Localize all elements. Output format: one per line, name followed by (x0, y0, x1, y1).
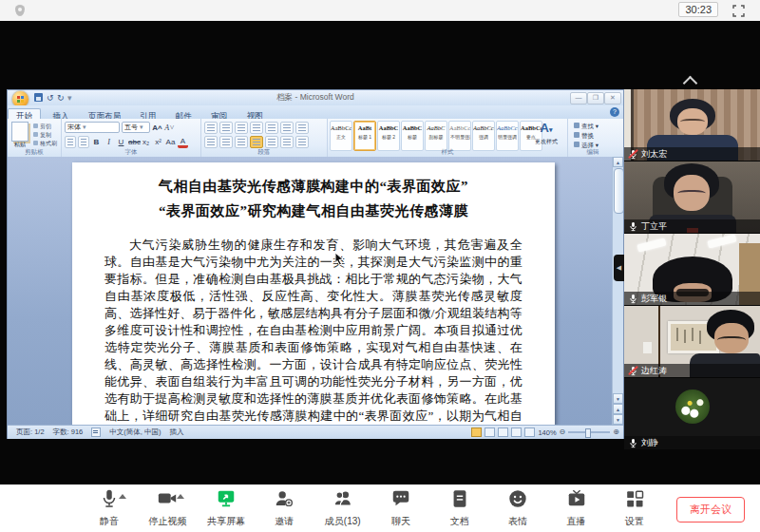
scrollbar-thumb[interactable] (614, 168, 623, 214)
find-button[interactable]: 查找 ▾ (574, 122, 598, 131)
font-family-select[interactable]: 宋体▾ (65, 122, 120, 133)
numbering-button[interactable] (219, 122, 233, 134)
style-subtle-emphasis[interactable]: AaBbCcDd不明显强调 (448, 121, 471, 151)
participant-video-5[interactable]: 刘静 (624, 378, 760, 449)
align-center-button[interactable] (219, 136, 233, 148)
word-count[interactable]: 字数: 916 (53, 428, 84, 437)
web-layout-view-button[interactable] (498, 428, 508, 437)
emoji-button[interactable]: 表情 (499, 488, 537, 528)
proofing-status-icon[interactable] (91, 428, 101, 437)
decrease-indent-button[interactable] (250, 122, 263, 134)
style-emphasis[interactable]: AaBbCcDd强调 (472, 121, 495, 151)
superscript-button[interactable]: x² (153, 137, 163, 147)
participant-video-4[interactable]: 边红涛 (624, 306, 760, 377)
scroll-down-button[interactable]: ▼ (613, 393, 623, 404)
zoom-level[interactable]: 140% (538, 428, 556, 437)
copy-button[interactable]: 复制 (33, 131, 51, 140)
style-title[interactable]: AaBbC标题 (401, 121, 424, 151)
ribbon-tab-bar: 开始 插入 页面布局 引用 邮件 审阅 视图 ? (8, 105, 623, 119)
style-subtitle[interactable]: AaBbC副标题 (425, 121, 447, 151)
style-normal[interactable]: AaBbCcDd正文 (330, 121, 352, 151)
change-case-button[interactable]: Aa (165, 137, 176, 147)
fullscreen-view-button[interactable] (484, 428, 495, 437)
stop-video-button[interactable]: 停止视频 (148, 488, 186, 528)
meeting-timer: 30:23 (678, 2, 718, 17)
meeting-toolbar: 静音 停止视频 共享屏幕 邀请 成员(13) (0, 484, 760, 532)
font-color-button[interactable]: A (178, 137, 188, 148)
fullscreen-icon[interactable] (732, 4, 745, 21)
mic-options-arrow[interactable] (119, 494, 126, 499)
justify-button[interactable] (250, 136, 263, 148)
outline-view-button[interactable] (511, 428, 522, 437)
document-page[interactable]: 气相自由基荧光传感薄膜构建中的“表界面效应” “表界面效应”研究构建气相自由基荧… (72, 162, 555, 425)
previous-page-button[interactable]: ▲ (613, 404, 623, 414)
scroll-up-button[interactable]: ▲ (613, 157, 623, 167)
participant-name-bar: 刘静 (624, 436, 760, 449)
members-button[interactable]: 成员(13) (324, 488, 362, 528)
close-button[interactable]: ✕ (604, 92, 621, 104)
bullets-button[interactable] (204, 122, 218, 134)
mute-button[interactable]: 静音 (90, 488, 128, 528)
style-intense-emphasis[interactable]: AaBbCcDd明显强调 (496, 121, 519, 151)
invite-button[interactable]: 邀请 (265, 488, 303, 528)
align-right-button[interactable] (235, 136, 248, 148)
chat-button[interactable]: 聊天 (382, 488, 420, 528)
participant-video-2[interactable]: 丁立平 (624, 162, 760, 233)
zoom-slider-knob[interactable] (585, 428, 591, 438)
participant-name: 刘太宏 (641, 148, 667, 161)
strikethrough-button[interactable]: abc (128, 137, 139, 147)
participant-sidebar: 刘太宏 丁立平 彭军银 (624, 21, 760, 484)
subscript-button[interactable]: x₂ (141, 137, 151, 147)
italic-button[interactable]: I (104, 137, 114, 147)
sort-button[interactable] (280, 122, 294, 134)
settings-grid-icon (624, 488, 645, 513)
grow-font-button[interactable]: A˄ (152, 123, 162, 133)
borders-button[interactable] (295, 136, 309, 148)
collapse-up-chevron-icon[interactable] (683, 76, 698, 91)
increase-indent-button[interactable] (265, 122, 278, 134)
zoom-slider[interactable] (568, 431, 610, 433)
settings-button[interactable]: 设置 (616, 488, 654, 528)
style-heading2[interactable]: AaBbC标题 2 (377, 121, 400, 151)
leave-meeting-button[interactable]: 离开会议 (676, 497, 745, 522)
bold-button[interactable]: B (91, 137, 102, 147)
style-heading1[interactable]: AaBt标题 1 (353, 121, 376, 151)
print-layout-view-button[interactable] (471, 428, 482, 437)
paste-icon[interactable] (11, 122, 28, 142)
sidebar-collapse-handle[interactable]: ◀ (614, 255, 624, 281)
share-screen-button[interactable]: 共享屏幕 (207, 488, 245, 528)
paragraph-group: 段落 (201, 119, 328, 157)
chat-icon (390, 488, 411, 513)
help-icon[interactable]: ? (610, 107, 619, 117)
language-indicator[interactable]: 中文(简体, 中国) (109, 428, 161, 437)
underline-button[interactable]: U (116, 137, 126, 147)
multilevel-list-button[interactable] (235, 122, 248, 134)
live-button[interactable]: 直播 (558, 488, 596, 528)
meeting-stage: ↺ ↻ ▾ 档案 - Microsoft Word — ❐ ✕ 开始 插入 页面… (0, 21, 760, 484)
next-page-button[interactable]: ▼ (613, 414, 623, 425)
draft-view-button[interactable] (524, 428, 535, 437)
participant-video-3[interactable]: 彭军银 (624, 234, 760, 305)
shrink-font-button[interactable]: A˅ (164, 123, 175, 133)
pinyin-guide-button[interactable] (78, 136, 89, 148)
shading-button[interactable] (280, 136, 294, 148)
docs-button[interactable]: 文档 (441, 488, 479, 528)
replace-button[interactable]: 替换 (574, 131, 594, 141)
change-styles-button[interactable]: A▾ 更改样式 (529, 121, 563, 146)
font-size-select[interactable]: 五号▾ (122, 122, 150, 133)
camera-options-arrow[interactable] (177, 494, 184, 499)
line-spacing-button[interactable] (265, 136, 278, 148)
restore-button[interactable]: ❐ (587, 92, 604, 104)
show-marks-button[interactable] (295, 122, 309, 134)
insert-mode-indicator[interactable]: 插入 (169, 428, 183, 437)
cut-button[interactable]: 剪切 (33, 123, 51, 131)
minimize-button[interactable]: — (570, 92, 587, 104)
vertical-scrollbar[interactable]: ▲ ▼ ▲ ▼ (612, 157, 623, 425)
format-painter-button[interactable]: 格式刷 (33, 140, 57, 148)
page-indicator[interactable]: 页面: 1/2 (16, 428, 45, 437)
clear-formatting-button[interactable] (65, 136, 76, 148)
align-left-button[interactable] (204, 136, 218, 148)
zoom-in-button[interactable]: ⊕ (613, 428, 619, 436)
zoom-out-button[interactable]: ⊖ (560, 428, 566, 436)
participant-video-1[interactable]: 刘太宏 (624, 89, 760, 161)
